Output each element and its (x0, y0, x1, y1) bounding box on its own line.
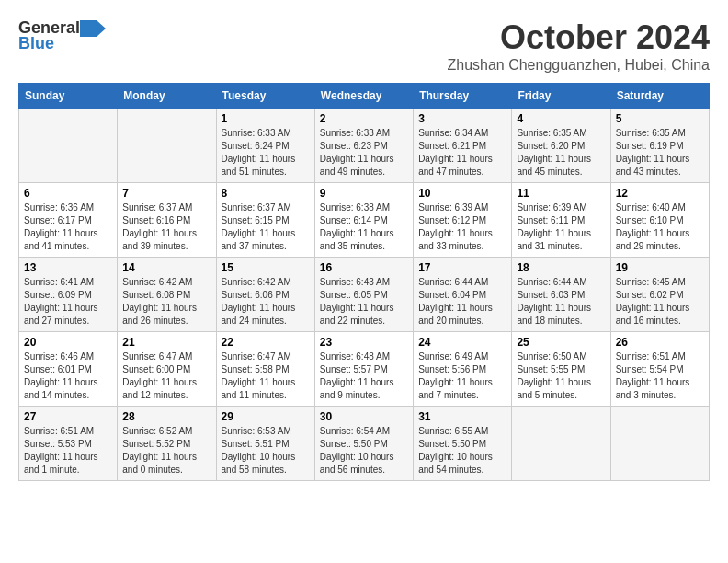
calendar-cell: 2Sunrise: 6:33 AM Sunset: 6:23 PM Daylig… (314, 109, 413, 183)
day-detail: Sunrise: 6:55 AM Sunset: 5:50 PM Dayligh… (418, 425, 506, 477)
day-number: 3 (418, 112, 506, 125)
day-number: 31 (418, 410, 506, 423)
calendar-cell: 5Sunrise: 6:35 AM Sunset: 6:19 PM Daylig… (610, 109, 709, 183)
calendar-cell: 13Sunrise: 6:41 AM Sunset: 6:09 PM Dayli… (19, 258, 118, 332)
day-detail: Sunrise: 6:41 AM Sunset: 6:09 PM Dayligh… (24, 276, 112, 327)
calendar-cell: 31Sunrise: 6:55 AM Sunset: 5:50 PM Dayli… (414, 407, 512, 481)
day-detail: Sunrise: 6:44 AM Sunset: 6:04 PM Dayligh… (418, 276, 506, 327)
day-detail: Sunrise: 6:34 AM Sunset: 6:21 PM Dayligh… (418, 127, 506, 178)
day-detail: Sunrise: 6:37 AM Sunset: 6:15 PM Dayligh… (222, 201, 310, 253)
day-detail: Sunrise: 6:46 AM Sunset: 6:01 PM Dayligh… (24, 350, 112, 402)
day-detail: Sunrise: 6:44 AM Sunset: 6:03 PM Dayligh… (517, 276, 605, 327)
day-detail: Sunrise: 6:45 AM Sunset: 6:02 PM Dayligh… (616, 276, 704, 327)
calendar-cell: 19Sunrise: 6:45 AM Sunset: 6:02 PM Dayli… (610, 258, 709, 332)
calendar-cell: 11Sunrise: 6:39 AM Sunset: 6:11 PM Dayli… (512, 183, 610, 258)
calendar-cell (118, 109, 216, 183)
day-detail: Sunrise: 6:38 AM Sunset: 6:14 PM Dayligh… (320, 201, 408, 253)
calendar-cell: 1Sunrise: 6:33 AM Sunset: 6:24 PM Daylig… (216, 109, 314, 183)
calendar-header: SundayMondayTuesdayWednesdayThursdayFrid… (19, 84, 710, 109)
calendar-cell: 27Sunrise: 6:51 AM Sunset: 5:53 PM Dayli… (19, 407, 118, 481)
day-detail: Sunrise: 6:48 AM Sunset: 5:57 PM Dayligh… (320, 350, 408, 402)
calendar-cell: 10Sunrise: 6:39 AM Sunset: 6:12 PM Dayli… (414, 183, 512, 258)
logo: General Blue (18, 18, 106, 53)
day-number: 7 (122, 187, 210, 200)
calendar-cell: 26Sunrise: 6:51 AM Sunset: 5:54 PM Dayli… (610, 332, 709, 407)
day-detail: Sunrise: 6:53 AM Sunset: 5:51 PM Dayligh… (222, 425, 310, 477)
day-number: 25 (517, 336, 605, 349)
calendar-cell: 29Sunrise: 6:53 AM Sunset: 5:51 PM Dayli… (216, 407, 314, 481)
day-number: 9 (320, 187, 408, 200)
calendar-cell: 12Sunrise: 6:40 AM Sunset: 6:10 PM Dayli… (610, 183, 709, 258)
calendar-cell (610, 407, 709, 481)
day-detail: Sunrise: 6:52 AM Sunset: 5:52 PM Dayligh… (122, 425, 210, 477)
calendar-week-5: 27Sunrise: 6:51 AM Sunset: 5:53 PM Dayli… (19, 407, 710, 481)
weekday-header-tuesday: Tuesday (216, 84, 314, 109)
calendar-week-3: 13Sunrise: 6:41 AM Sunset: 6:09 PM Dayli… (19, 258, 710, 332)
calendar-body: 1Sunrise: 6:33 AM Sunset: 6:24 PM Daylig… (19, 109, 710, 481)
day-number: 15 (222, 261, 310, 274)
calendar-cell: 18Sunrise: 6:44 AM Sunset: 6:03 PM Dayli… (512, 258, 610, 332)
day-detail: Sunrise: 6:51 AM Sunset: 5:53 PM Dayligh… (24, 425, 112, 477)
day-number: 22 (222, 336, 310, 349)
calendar-cell: 24Sunrise: 6:49 AM Sunset: 5:56 PM Dayli… (414, 332, 512, 407)
calendar-week-2: 6Sunrise: 6:36 AM Sunset: 6:17 PM Daylig… (19, 183, 710, 258)
day-number: 12 (616, 187, 704, 200)
day-detail: Sunrise: 6:36 AM Sunset: 6:17 PM Dayligh… (24, 201, 112, 253)
day-number: 28 (122, 410, 210, 423)
day-number: 19 (616, 261, 704, 274)
calendar-cell: 30Sunrise: 6:54 AM Sunset: 5:50 PM Dayli… (314, 407, 413, 481)
day-detail: Sunrise: 6:50 AM Sunset: 5:55 PM Dayligh… (517, 350, 605, 402)
day-detail: Sunrise: 6:33 AM Sunset: 6:24 PM Dayligh… (222, 127, 310, 178)
calendar-cell: 16Sunrise: 6:43 AM Sunset: 6:05 PM Dayli… (314, 258, 413, 332)
location: Zhushan Chengguanzhen, Hubei, China (447, 57, 710, 74)
calendar-cell: 7Sunrise: 6:37 AM Sunset: 6:16 PM Daylig… (118, 183, 216, 258)
day-number: 14 (122, 261, 210, 274)
day-number: 17 (418, 261, 506, 274)
day-detail: Sunrise: 6:42 AM Sunset: 6:08 PM Dayligh… (122, 276, 210, 327)
calendar-cell: 23Sunrise: 6:48 AM Sunset: 5:57 PM Dayli… (314, 332, 413, 407)
day-detail: Sunrise: 6:40 AM Sunset: 6:10 PM Dayligh… (616, 201, 704, 253)
day-number: 18 (517, 261, 605, 274)
day-detail: Sunrise: 6:42 AM Sunset: 6:06 PM Dayligh… (222, 276, 310, 327)
day-number: 16 (320, 261, 408, 274)
weekday-header-monday: Monday (118, 84, 216, 109)
title-section: October 2024 Zhushan Chengguanzhen, Hube… (447, 18, 710, 74)
day-detail: Sunrise: 6:37 AM Sunset: 6:16 PM Dayligh… (122, 201, 210, 253)
calendar-week-1: 1Sunrise: 6:33 AM Sunset: 6:24 PM Daylig… (19, 109, 710, 183)
weekday-header-wednesday: Wednesday (314, 84, 413, 109)
day-detail: Sunrise: 6:51 AM Sunset: 5:54 PM Dayligh… (616, 350, 704, 402)
day-number: 29 (222, 410, 310, 423)
day-number: 21 (122, 336, 210, 349)
svg-marker-0 (80, 20, 106, 37)
day-number: 4 (517, 112, 605, 125)
calendar-cell: 21Sunrise: 6:47 AM Sunset: 6:00 PM Dayli… (118, 332, 216, 407)
weekday-header-friday: Friday (512, 84, 610, 109)
logo-blue: Blue (18, 34, 54, 53)
calendar-cell: 6Sunrise: 6:36 AM Sunset: 6:17 PM Daylig… (19, 183, 118, 258)
day-number: 11 (517, 187, 605, 200)
calendar-cell: 4Sunrise: 6:35 AM Sunset: 6:20 PM Daylig… (512, 109, 610, 183)
logo-icon (80, 20, 106, 37)
day-number: 5 (616, 112, 704, 125)
day-detail: Sunrise: 6:43 AM Sunset: 6:05 PM Dayligh… (320, 276, 408, 327)
weekday-header-sunday: Sunday (19, 84, 118, 109)
calendar-cell: 17Sunrise: 6:44 AM Sunset: 6:04 PM Dayli… (414, 258, 512, 332)
day-detail: Sunrise: 6:35 AM Sunset: 6:19 PM Dayligh… (616, 127, 704, 178)
calendar-cell: 25Sunrise: 6:50 AM Sunset: 5:55 PM Dayli… (512, 332, 610, 407)
day-number: 26 (616, 336, 704, 349)
calendar-cell: 14Sunrise: 6:42 AM Sunset: 6:08 PM Dayli… (118, 258, 216, 332)
day-number: 30 (320, 410, 408, 423)
calendar-cell: 22Sunrise: 6:47 AM Sunset: 5:58 PM Dayli… (216, 332, 314, 407)
calendar-cell: 8Sunrise: 6:37 AM Sunset: 6:15 PM Daylig… (216, 183, 314, 258)
day-detail: Sunrise: 6:39 AM Sunset: 6:11 PM Dayligh… (517, 201, 605, 253)
calendar-cell: 28Sunrise: 6:52 AM Sunset: 5:52 PM Dayli… (118, 407, 216, 481)
day-detail: Sunrise: 6:39 AM Sunset: 6:12 PM Dayligh… (418, 201, 506, 253)
day-detail: Sunrise: 6:47 AM Sunset: 5:58 PM Dayligh… (222, 350, 310, 402)
calendar-cell: 20Sunrise: 6:46 AM Sunset: 6:01 PM Dayli… (19, 332, 118, 407)
weekday-header-saturday: Saturday (610, 84, 709, 109)
calendar-cell: 9Sunrise: 6:38 AM Sunset: 6:14 PM Daylig… (314, 183, 413, 258)
calendar-cell: 3Sunrise: 6:34 AM Sunset: 6:21 PM Daylig… (414, 109, 512, 183)
calendar-cell (19, 109, 118, 183)
day-number: 23 (320, 336, 408, 349)
day-detail: Sunrise: 6:47 AM Sunset: 6:00 PM Dayligh… (122, 350, 210, 402)
